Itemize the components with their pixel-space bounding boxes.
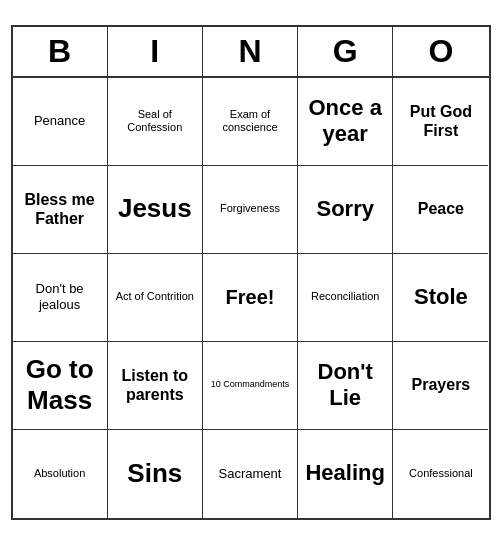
cell-text: Go to Mass [17, 354, 103, 416]
bingo-card: BINGO PenanceSeal of ConfessionExam of c… [11, 25, 491, 520]
bingo-cell: Exam of conscience [203, 78, 298, 166]
header-letter: O [393, 27, 488, 76]
cell-text: Peace [418, 199, 464, 218]
cell-text: Put God First [397, 102, 484, 140]
cell-text: 10 Commandments [211, 379, 290, 391]
bingo-cell: Healing [298, 430, 393, 518]
cell-text: Absolution [34, 467, 85, 480]
cell-text: Sorry [316, 196, 373, 222]
bingo-cell: Don't be jealous [13, 254, 108, 342]
cell-text: Sacrament [219, 466, 282, 482]
header-letter: N [203, 27, 298, 76]
bingo-cell: Free! [203, 254, 298, 342]
bingo-cell: 10 Commandments [203, 342, 298, 430]
cell-text: Healing [305, 460, 384, 486]
cell-text: Prayers [412, 375, 471, 394]
bingo-cell: Reconciliation [298, 254, 393, 342]
cell-text: Don't be jealous [17, 281, 103, 312]
header-letter: B [13, 27, 108, 76]
cell-text: Act of Contrition [116, 290, 194, 303]
bingo-cell: Peace [393, 166, 488, 254]
bingo-header: BINGO [13, 27, 489, 78]
bingo-cell: Seal of Confession [108, 78, 203, 166]
bingo-cell: Put God First [393, 78, 488, 166]
bingo-cell: Penance [13, 78, 108, 166]
bingo-cell: Sorry [298, 166, 393, 254]
bingo-cell: Sins [108, 430, 203, 518]
cell-text: Forgiveness [220, 202, 280, 215]
cell-text: Sins [127, 458, 182, 489]
header-letter: I [108, 27, 203, 76]
bingo-cell: Confessional [393, 430, 488, 518]
bingo-cell: Don't Lie [298, 342, 393, 430]
cell-text: Seal of Confession [112, 108, 198, 134]
bingo-grid: PenanceSeal of ConfessionExam of conscie… [13, 78, 489, 518]
bingo-cell: Listen to parents [108, 342, 203, 430]
cell-text: Stole [414, 284, 468, 310]
cell-text: Jesus [118, 193, 192, 224]
cell-text: Listen to parents [112, 366, 198, 404]
bingo-cell: Absolution [13, 430, 108, 518]
bingo-cell: Jesus [108, 166, 203, 254]
cell-text: Penance [34, 113, 85, 129]
cell-text: Confessional [409, 467, 473, 480]
bingo-cell: Once a year [298, 78, 393, 166]
bingo-cell: Bless me Father [13, 166, 108, 254]
cell-text: Once a year [302, 95, 388, 148]
bingo-cell: Prayers [393, 342, 488, 430]
header-letter: G [298, 27, 393, 76]
bingo-cell: Forgiveness [203, 166, 298, 254]
cell-text: Exam of conscience [207, 108, 293, 134]
bingo-cell: Go to Mass [13, 342, 108, 430]
cell-text: Free! [226, 285, 275, 309]
cell-text: Don't Lie [302, 359, 388, 412]
cell-text: Reconciliation [311, 290, 379, 303]
cell-text: Bless me Father [17, 190, 103, 228]
bingo-cell: Act of Contrition [108, 254, 203, 342]
bingo-cell: Stole [393, 254, 488, 342]
bingo-cell: Sacrament [203, 430, 298, 518]
